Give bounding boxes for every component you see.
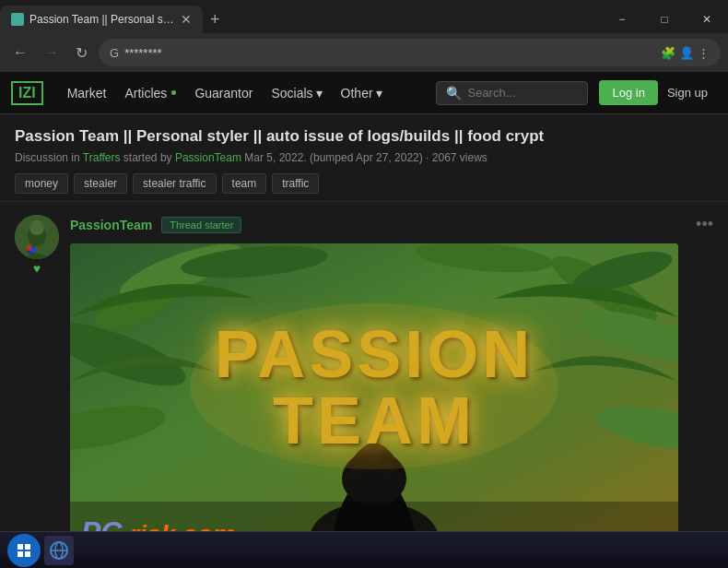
account-icon[interactable]: 👤 <box>679 46 694 60</box>
passion-word2: TEAM <box>215 387 534 454</box>
tab-title: Passion Team || Personal styler ||... <box>29 13 175 26</box>
reload-button[interactable]: ↻ <box>70 41 93 65</box>
thread-title: Passion Team || Personal styler || auto … <box>15 127 713 146</box>
lock-icon: G <box>110 46 119 60</box>
post-username[interactable]: PassionTeam <box>70 218 152 232</box>
search-input[interactable] <box>467 86 578 100</box>
tag-stealer[interactable]: stealer <box>74 173 127 194</box>
svg-point-6 <box>30 247 36 253</box>
svg-rect-21 <box>18 544 23 550</box>
back-button[interactable]: ← <box>7 41 33 65</box>
tab-bar: Passion Team || Personal styler ||... ✕ … <box>0 0 728 33</box>
svg-point-3 <box>29 220 44 235</box>
address-bar[interactable]: G ******** 🧩 👤 ⋮ <box>99 39 721 66</box>
post-avatar: ♥ <box>15 215 59 557</box>
menu-icon[interactable]: ⋮ <box>698 46 710 60</box>
puzzle-icon[interactable]: 🧩 <box>661 46 675 60</box>
window-controls: − □ ✕ <box>601 3 728 36</box>
tag-team[interactable]: team <box>222 173 267 194</box>
nav-articles[interactable]: Articles <box>115 86 185 101</box>
articles-dot <box>171 90 176 95</box>
svg-rect-24 <box>25 551 30 557</box>
tab-close-button[interactable]: ✕ <box>181 12 192 27</box>
tag-money[interactable]: money <box>15 173 68 194</box>
site-nav: IZI Market Articles Guarantor Socials ▾ … <box>0 72 728 114</box>
close-button[interactable]: ✕ <box>686 3 728 36</box>
tag-stealer-traffic[interactable]: stealer traffic <box>133 173 216 194</box>
passion-banner: PASSION TEAM ΡС risk.com <box>70 243 678 557</box>
other-arrow: ▾ <box>376 86 382 101</box>
post-badge: Thread starter <box>161 217 241 233</box>
taskbar-browser-icon[interactable] <box>44 536 74 565</box>
maximize-button[interactable]: □ <box>643 3 686 36</box>
socials-arrow: ▾ <box>316 86 323 101</box>
forward-button[interactable]: → <box>39 41 65 65</box>
thread-header: Passion Team || Personal styler || auto … <box>0 114 728 202</box>
author-link[interactable]: PassionTeam <box>175 151 241 164</box>
svg-rect-23 <box>18 551 23 557</box>
svg-rect-0 <box>13 15 22 24</box>
more-options-button[interactable]: ••• <box>696 215 713 234</box>
avatar-image <box>15 215 59 259</box>
svg-rect-22 <box>25 544 30 550</box>
thread-meta: Discussion in Traffers started by Passio… <box>15 151 713 164</box>
banner-text: PASSION TEAM <box>215 321 534 454</box>
post-header: PassionTeam Thread starter ••• <box>70 215 713 234</box>
taskbar <box>0 531 728 568</box>
login-button[interactable]: Log in <box>599 80 657 105</box>
search-bar[interactable]: 🔍 <box>436 81 588 105</box>
tab-favicon <box>11 13 24 26</box>
site-content: IZI Market Articles Guarantor Socials ▾ … <box>0 72 728 568</box>
address-bar-row: ← → ↻ G ******** 🧩 👤 ⋮ <box>0 33 728 72</box>
nav-market[interactable]: Market <box>58 86 116 101</box>
bookmark-icons: 🧩 👤 ⋮ <box>661 46 710 60</box>
nav-other[interactable]: Other ▾ <box>332 86 392 101</box>
url-text: ******** <box>124 46 655 60</box>
post-body: PassionTeam Thread starter ••• <box>70 215 713 557</box>
minimize-button[interactable]: − <box>601 3 643 36</box>
forum-link[interactable]: Traffers <box>83 151 121 164</box>
thread-tags: money stealer stealer traffic team traff… <box>15 173 713 194</box>
new-tab-button[interactable]: + <box>203 10 228 30</box>
tag-traffic[interactable]: traffic <box>272 173 319 194</box>
post-image: PASSION TEAM ΡС risk.com <box>70 243 678 557</box>
site-logo[interactable]: IZI <box>11 81 43 105</box>
signup-button[interactable]: Sign up <box>658 80 717 105</box>
post-area: ♥ PassionTeam Thread starter ••• <box>0 202 728 568</box>
passion-word1: PASSION <box>215 321 534 387</box>
search-icon: 🔍 <box>446 86 462 101</box>
nav-guarantor[interactable]: Guarantor <box>185 86 262 101</box>
start-button[interactable] <box>7 534 41 567</box>
active-tab[interactable]: Passion Team || Personal styler ||... ✕ <box>0 6 203 33</box>
nav-socials[interactable]: Socials ▾ <box>262 86 331 101</box>
